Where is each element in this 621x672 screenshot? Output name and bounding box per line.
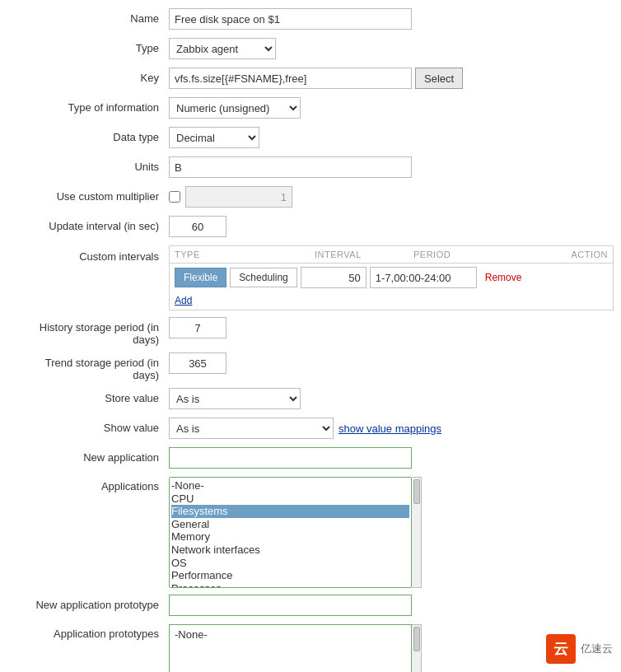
- applications-select[interactable]: -None- CPU Filesystems General Memory Ne…: [169, 477, 412, 588]
- applications-control: -None- CPU Filesystems General Memory Ne…: [169, 477, 605, 588]
- watermark-text: 亿速云: [581, 642, 613, 656]
- custom-intervals-label: Custom intervals: [16, 245, 169, 263]
- multiplier-label: Use custom multiplier: [16, 186, 169, 203]
- update-interval-control: [169, 216, 605, 237]
- data-type-label: Data type: [16, 127, 169, 143]
- new-app-proto-label: New application prototype: [16, 595, 169, 611]
- update-interval-label: Update interval (in sec): [16, 216, 169, 232]
- app-proto-list-wrap: -None-: [169, 624, 422, 672]
- watermark-icon: 云: [553, 639, 568, 659]
- new-app-proto-input[interactable]: [169, 595, 412, 616]
- name-row: Name: [16, 8, 605, 31]
- show-value-label: Show value: [16, 418, 169, 434]
- app-proto-list: -None-: [169, 624, 412, 672]
- key-control: Select: [169, 68, 605, 89]
- new-app-proto-control: [169, 595, 605, 616]
- update-interval-row: Update interval (in sec): [16, 216, 605, 239]
- type-info-control: Numeric (unsigned) Numeric (float) Chara…: [169, 97, 605, 119]
- show-value-select[interactable]: As is: [169, 418, 334, 439]
- custom-intervals-control: TYPE INTERVAL PERIOD ACTION Flexible Sch…: [169, 245, 614, 310]
- scrollbar-thumb: [413, 479, 420, 504]
- ci-header-period: PERIOD: [413, 250, 553, 259]
- ci-add-row: Add: [170, 292, 613, 310]
- name-label: Name: [16, 8, 169, 25]
- add-link[interactable]: Add: [170, 292, 197, 310]
- applications-row: Applications -None- CPU Filesystems Gene…: [16, 477, 605, 588]
- scheduling-button[interactable]: Scheduling: [230, 268, 296, 287]
- new-app-control: [169, 447, 605, 469]
- app-proto-label: Application prototypes: [16, 624, 169, 640]
- app-proto-row: Application prototypes -None-: [16, 624, 605, 672]
- type-select[interactable]: Zabbix agent Zabbix agent (active) Simpl…: [169, 38, 276, 59]
- show-value-mapping-link[interactable]: show value mappings: [339, 422, 441, 435]
- applications-list-wrap: -None- CPU Filesystems General Memory Ne…: [169, 477, 422, 588]
- app-proto-scrollbar-thumb: [413, 627, 420, 651]
- trend-control: [169, 352, 605, 374]
- ci-header-row: TYPE INTERVAL PERIOD ACTION: [170, 246, 613, 264]
- ci-header-action: ACTION: [553, 250, 608, 259]
- ci-header-type: TYPE: [175, 250, 315, 259]
- store-value-select[interactable]: As is Delta (speed per second) Delta (si…: [169, 388, 301, 409]
- key-row: Key Select: [16, 68, 605, 91]
- trend-input[interactable]: [169, 352, 226, 374]
- new-app-proto-row: New application prototype: [16, 595, 605, 618]
- name-input[interactable]: [169, 8, 412, 30]
- show-value-row: Show value As is show value mappings: [16, 418, 605, 441]
- type-info-label: Type of information: [16, 97, 169, 114]
- new-app-label: New application: [16, 447, 169, 464]
- multiplier-row: Use custom multiplier: [16, 186, 605, 209]
- ci-interval-input[interactable]: [301, 267, 367, 288]
- data-type-row: Data type Decimal Octal Hexadecimal Bool…: [16, 127, 605, 150]
- watermark: 云 亿速云: [546, 634, 613, 664]
- units-row: Units: [16, 156, 605, 180]
- multiplier-control: [169, 186, 605, 208]
- name-control: [169, 8, 605, 30]
- units-control: [169, 156, 605, 178]
- type-info-row: Type of information Numeric (unsigned) N…: [16, 97, 605, 120]
- applications-label: Applications: [16, 477, 169, 492]
- multiplier-checkbox[interactable]: [169, 191, 180, 203]
- units-label: Units: [16, 156, 169, 173]
- remove-link[interactable]: Remove: [485, 272, 522, 283]
- data-type-select[interactable]: Decimal Octal Hexadecimal Boolean: [169, 127, 259, 148]
- key-label: Key: [16, 68, 169, 84]
- show-value-control: As is show value mappings: [169, 418, 605, 439]
- new-app-input[interactable]: [169, 447, 412, 469]
- watermark-logo: 云: [546, 634, 576, 664]
- data-type-control: Decimal Octal Hexadecimal Boolean: [169, 127, 605, 148]
- flexible-button[interactable]: Flexible: [175, 268, 226, 287]
- type-info-select[interactable]: Numeric (unsigned) Numeric (float) Chara…: [169, 97, 301, 119]
- type-label: Type: [16, 38, 169, 54]
- app-proto-scrollbar[interactable]: [412, 624, 422, 672]
- ci-period-input[interactable]: [370, 267, 477, 288]
- store-value-control: As is Delta (speed per second) Delta (si…: [169, 388, 605, 409]
- app-proto-none: -None-: [175, 628, 208, 641]
- ci-header-interval: INTERVAL: [315, 250, 413, 259]
- ci-data-row: Flexible Scheduling Remove: [170, 264, 613, 292]
- history-input[interactable]: [169, 317, 226, 338]
- trend-label: Trend storage period (in days): [16, 352, 169, 381]
- history-control: [169, 317, 605, 338]
- units-input[interactable]: [169, 156, 412, 178]
- new-app-row: New application: [16, 447, 605, 470]
- applications-scrollbar[interactable]: [412, 477, 422, 588]
- form-container: Name Type Zabbix agent Zabbix agent (act…: [0, 0, 621, 672]
- update-interval-input[interactable]: [169, 216, 226, 237]
- store-value-label: Store value: [16, 388, 169, 404]
- app-proto-control: -None-: [169, 624, 605, 672]
- type-row: Type Zabbix agent Zabbix agent (active) …: [16, 38, 605, 61]
- select-button[interactable]: Select: [415, 68, 463, 89]
- trend-row: Trend storage period (in days): [16, 352, 605, 381]
- store-value-row: Store value As is Delta (speed per secon…: [16, 388, 605, 411]
- custom-intervals-row: Custom intervals TYPE INTERVAL PERIOD AC…: [16, 245, 605, 310]
- key-input[interactable]: [169, 68, 412, 89]
- multiplier-value-input[interactable]: [185, 186, 292, 208]
- history-row: History storage period (in days): [16, 317, 605, 346]
- history-label: History storage period (in days): [16, 317, 169, 346]
- custom-intervals-table: TYPE INTERVAL PERIOD ACTION Flexible Sch…: [169, 245, 614, 310]
- type-control: Zabbix agent Zabbix agent (active) Simpl…: [169, 38, 605, 59]
